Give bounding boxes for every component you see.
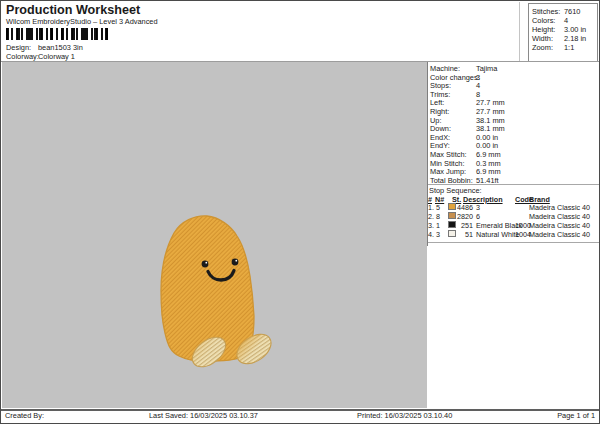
header-divider — [519, 2, 520, 62]
summary-row: Zoom:1:1 — [532, 43, 597, 52]
colorway-value: Colorway 1 — [38, 53, 75, 61]
machine-info-row: Right:27.7 mm — [430, 107, 598, 116]
software-subtitle: Wilcom EmbroideryStudio – Level 3 Advanc… — [6, 18, 158, 26]
thread-brand: Madeira Classic 40 — [529, 203, 590, 212]
summary-label: Stitches: — [532, 7, 560, 16]
summary-value: 7610 — [564, 7, 580, 16]
machine-info-row: Up:38.1 mm — [430, 116, 598, 125]
left-eye — [202, 261, 209, 268]
machine-info-row: Stops:4 — [430, 81, 598, 90]
stop-num: 3. — [428, 221, 434, 230]
thread-description: 3 — [476, 203, 480, 212]
stop-num: 2. — [428, 212, 434, 221]
thread-description: 6 — [476, 212, 480, 221]
stop-sequence-row: 4. 3 51 Natural White 1004 Madeira Class… — [427, 230, 599, 239]
thread-description: Natural White — [476, 230, 520, 239]
machine-info-row: Trims:8 — [430, 90, 598, 99]
design-value: bean1503 3in — [38, 44, 83, 52]
summary-row: Colors:4 — [532, 16, 597, 25]
page-title: Production Worksheet — [6, 4, 140, 17]
stop-num: 1. — [428, 203, 434, 212]
summary-value: 1:1 — [564, 43, 574, 52]
machine-info-row: Left:27.7 mm — [430, 98, 598, 107]
stitch-count: 251 — [453, 221, 473, 230]
colorway-label: Colorway: — [6, 53, 39, 61]
summary-value: 3.00 in — [564, 25, 586, 34]
stop-sequence-row: 1. 5 4486 3 Madeira Classic 40 — [427, 203, 599, 212]
design-canvas — [2, 62, 427, 408]
summary-row: Width:2.18 in — [532, 34, 597, 43]
production-worksheet-page: Production Worksheet Wilcom EmbroiderySt… — [0, 0, 600, 424]
created-by-label: Created By: — [5, 412, 44, 420]
printed-text: Printed: 16/03/2025 03.10.40 — [357, 412, 452, 420]
thread-brand: Madeira Classic 40 — [529, 221, 590, 230]
needle-num: 5 — [436, 203, 440, 212]
machine-info-row: Max Stitch:6.9 mm — [430, 150, 598, 159]
summary-label: Colors: — [532, 16, 555, 25]
machine-info-row: Max Jump:6.9 mm — [430, 167, 598, 176]
needle-num: 3 — [436, 230, 440, 239]
machine-info-row: Machine:Tajima — [430, 64, 598, 73]
machine-info-row: Min Stitch:0.3 mm — [430, 159, 598, 168]
left-eye-glint — [205, 262, 207, 264]
stop-sequence-table: 1. 5 4486 3 Madeira Classic 40 2. 8 2820… — [427, 203, 599, 239]
stitch-count: 4486 — [453, 203, 473, 212]
right-eye — [232, 259, 239, 266]
stitch-count: 2820 — [453, 212, 473, 221]
stop-sequence-top-line — [428, 184, 599, 185]
summary-label: Width: — [532, 34, 553, 43]
stop-num: 4. — [428, 230, 434, 239]
machine-info-row: EndX:0.00 in — [430, 133, 598, 142]
machine-info-panel: Machine:Tajima Color changes:3 Stops:4 T… — [430, 64, 598, 184]
stop-sequence-row: 3. 1 251 Emerald Black 1000 Madeira Clas… — [427, 221, 599, 230]
design-preview — [157, 209, 282, 379]
thread-brand: Madeira Classic 40 — [529, 230, 590, 239]
summary-value: 2.18 in — [564, 34, 586, 43]
machine-info-row: Down:38.1 mm — [430, 124, 598, 133]
barcode-icon — [6, 28, 110, 40]
summary-value: 4 — [564, 16, 568, 25]
footer-separator-line — [1, 409, 600, 411]
machine-info-row: EndY:0.00 in — [430, 141, 598, 150]
page-number: Page 1 of 1 — [557, 412, 595, 420]
design-label: Design: — [6, 44, 31, 52]
thread-brand: Madeira Classic 40 — [529, 212, 590, 221]
needle-num: 1 — [436, 221, 440, 230]
summary-row: Stitches:7610 — [532, 7, 597, 16]
last-saved-text: Last Saved: 16/03/2025 03.10.37 — [149, 412, 258, 420]
needle-num: 8 — [436, 212, 440, 221]
stop-sequence-row: 2. 8 2820 6 Madeira Classic 40 — [427, 212, 599, 221]
summary-row: Height:3.00 in — [532, 25, 597, 34]
machine-info-row: Color changes:3 — [430, 73, 598, 82]
stop-sequence-bottom-line — [428, 242, 599, 243]
right-eye-glint — [235, 260, 237, 262]
stop-sequence-header-row: # N# St. Description Code Brand — [427, 195, 599, 203]
stitch-count: 51 — [453, 230, 473, 239]
design-summary-box: Stitches:7610 Colors:4 Height:3.00 in Wi… — [528, 3, 598, 62]
summary-label: Height: — [532, 25, 555, 34]
summary-label: Zoom: — [532, 43, 553, 52]
stop-sequence-title: Stop Sequence: — [429, 187, 482, 195]
